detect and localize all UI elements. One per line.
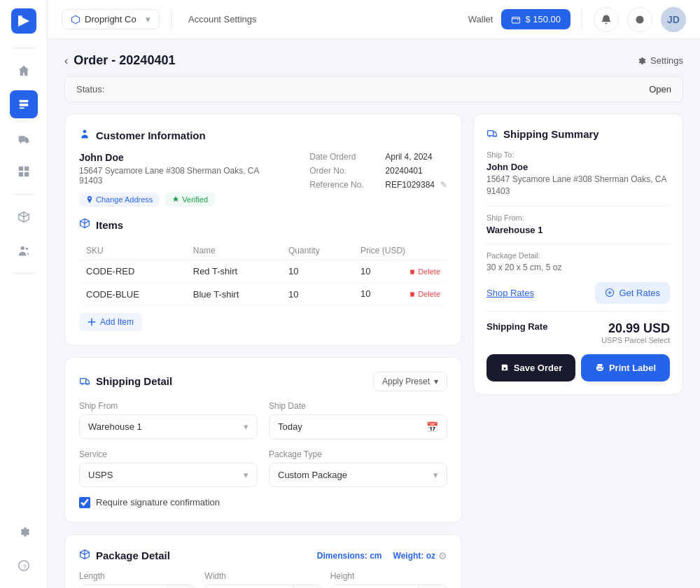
sku-cell: CODE-RED — [79, 260, 186, 284]
width-group: Width cm — [204, 571, 321, 589]
company-selector[interactable]: Dropright Co ▾ — [62, 9, 160, 29]
notifications-button[interactable] — [594, 7, 619, 32]
ship-from-value: Warehouse 1 — [88, 421, 142, 432]
svg-point-21 — [87, 383, 88, 384]
signature-checkbox[interactable] — [79, 497, 90, 508]
col-sku: SKU — [79, 241, 186, 260]
status-label: Status: — [76, 84, 104, 94]
delete-button[interactable]: Delete — [409, 290, 440, 298]
items-icon — [79, 218, 90, 232]
two-col-layout: Customer Information John Doe 15647 Syca… — [64, 113, 683, 588]
sidebar-item-orders[interactable] — [10, 90, 38, 118]
reference-no-row: Reference No. REF1029384 ✎ — [309, 180, 447, 190]
shipping-rate-label: Shipping Rate — [486, 321, 547, 332]
customer-details-right: Date Orderd April 4, 2024 Order No. 2024… — [309, 152, 447, 206]
ship-to-address: 15647 Sycamore Lane #308 Sherman Oaks, C… — [486, 174, 670, 197]
shipping-detail-title: Shipping Detail — [96, 375, 172, 387]
wallet-button[interactable]: $ 150.00 — [501, 9, 570, 29]
svg-rect-6 — [18, 136, 24, 141]
customer-address: 15647 Sycamore Lane #308 Sherman Oaks, C… — [79, 166, 281, 186]
delete-button[interactable]: Delete — [409, 267, 440, 276]
nav-right: Wallet $ 150.00 JD — [468, 7, 686, 32]
account-settings-link[interactable]: Account Settings — [183, 10, 262, 29]
back-button[interactable]: ‹ — [64, 55, 68, 67]
sidebar-item-settings[interactable] — [10, 518, 38, 546]
length-group: Length cm — [79, 571, 196, 589]
apply-preset-button[interactable]: Apply Preset ▾ — [373, 372, 447, 391]
get-rates-button[interactable]: Get Rates — [595, 282, 670, 304]
sidebar-item-people[interactable] — [10, 237, 38, 265]
package-type-select[interactable]: Custom Package ▾ — [269, 463, 447, 487]
settings-label: Settings — [650, 55, 683, 66]
service-select[interactable]: USPS ▾ — [79, 463, 258, 487]
width-input[interactable] — [205, 585, 292, 589]
reference-edit-icon[interactable]: ✎ — [440, 180, 447, 190]
status-value: Open — [649, 84, 671, 94]
name-cell: Blue T-shirt — [186, 283, 281, 305]
order-no-row: Order No. 20240401 — [309, 166, 447, 176]
quantity-cell: 10 — [281, 283, 354, 305]
save-order-button[interactable]: Save Order — [486, 354, 575, 382]
user-avatar[interactable]: JD — [661, 7, 686, 32]
items-header: Items — [79, 218, 447, 232]
sku-cell: CODE-BLUE — [79, 283, 186, 305]
sidebar-item-products[interactable] — [10, 203, 38, 231]
height-label: Height — [330, 571, 447, 581]
ship-from-section: Ship From: Warehouse 1 — [486, 214, 670, 235]
signature-row: Require signature confirmation — [79, 497, 447, 508]
package-detail-right-value: 30 x 20 x 5 cm, 5 oz — [486, 262, 670, 272]
ship-from-date-row: Ship From Warehouse 1 ▾ Ship Date Today … — [79, 401, 447, 440]
theme-toggle-button[interactable] — [627, 7, 652, 32]
ship-to-section: Ship To: John Doe 15647 Sycamore Lane #3… — [486, 150, 670, 197]
date-ordered-row: Date Orderd April 4, 2024 — [309, 152, 447, 162]
height-input[interactable] — [331, 585, 418, 589]
customer-info-card: Customer Information John Doe 15647 Syca… — [64, 113, 462, 346]
svg-rect-5 — [19, 108, 24, 109]
dimensions-unit[interactable]: cm — [370, 551, 382, 561]
svg-rect-4 — [19, 104, 28, 106]
package-type-label: Package Type — [269, 449, 447, 459]
ship-from-select[interactable]: Warehouse 1 ▾ — [79, 414, 258, 439]
add-item-button[interactable]: Add Item — [79, 313, 142, 331]
signature-label[interactable]: Require signature confirmation — [96, 497, 220, 507]
ship-divider-3 — [486, 311, 670, 312]
col-quantity: Quantity — [281, 241, 354, 260]
pkg-dimensions-row: Length cm Width cm — [79, 571, 447, 589]
package-detail-card: Package Detail Dimensions: cm Weight: oz — [64, 534, 462, 589]
shipping-summary-title: Shipping Summary — [503, 128, 599, 140]
main-area: Dropright Co ▾ Account Settings Wallet $… — [48, 0, 700, 588]
wallet-label: Wallet — [468, 14, 493, 24]
shipping-detail-section-header: Shipping Detail — [79, 374, 172, 388]
app-logo[interactable] — [11, 8, 36, 34]
table-row: CODE-BLUE Blue T-shirt 10 10 Delete — [79, 283, 447, 305]
length-input[interactable] — [80, 585, 167, 589]
customer-badges: Change Address Verified — [79, 192, 281, 206]
ship-date-input[interactable]: Today 📅 — [269, 414, 447, 440]
status-bar: Status: Open — [64, 76, 683, 102]
shipping-rate-amount: 20.99 USD — [601, 321, 670, 336]
weight-unit[interactable]: oz — [426, 551, 435, 561]
svg-point-18 — [83, 130, 87, 133]
svg-rect-2 — [18, 15, 22, 20]
nav-divider-2 — [582, 10, 582, 29]
package-detail-right-label: Package Detail: — [486, 251, 670, 260]
svg-point-13 — [20, 246, 24, 250]
date-ordered-label: Date Orderd — [309, 152, 379, 162]
reference-no-value: REF1029384 — [385, 180, 435, 190]
sidebar-item-shipping[interactable] — [10, 124, 38, 152]
shop-rates-link[interactable]: Shop Rates — [486, 288, 534, 298]
print-label-button[interactable]: Print Label — [581, 354, 670, 382]
sidebar-item-home[interactable] — [10, 57, 38, 85]
col-name: Name — [186, 241, 281, 260]
shipping-rate-service: USPS Parcel Select — [601, 336, 670, 344]
svg-rect-10 — [24, 167, 28, 171]
sidebar-item-integrations[interactable] — [10, 158, 38, 186]
page-settings-button[interactable]: Settings — [636, 55, 683, 66]
customer-icon — [79, 128, 90, 142]
sidebar-item-help[interactable]: ? — [10, 552, 38, 580]
verified-badge: Verified — [165, 192, 215, 206]
date-ordered-value: April 4, 2024 — [385, 152, 432, 162]
change-address-badge[interactable]: Change Address — [79, 192, 160, 206]
package-settings-icon[interactable]: ⚙ — [438, 550, 447, 561]
svg-text:?: ? — [22, 563, 27, 570]
